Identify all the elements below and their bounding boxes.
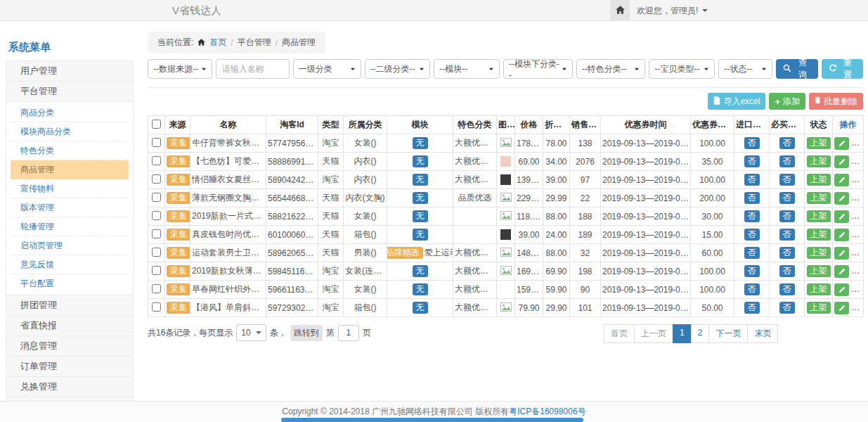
sidebar-item[interactable]: 用户管理 <box>6 60 134 82</box>
filter-select[interactable]: --状态-- <box>718 59 772 79</box>
filter-select[interactable]: --模块下分类-- <box>503 59 573 79</box>
jump-button[interactable]: 跳转到 <box>290 325 323 341</box>
batch-delete-button[interactable]: 批量删除 <box>809 93 863 110</box>
row-checkbox[interactable] <box>152 266 161 275</box>
edit-button[interactable] <box>834 247 849 260</box>
status-badge[interactable]: 上架 <box>807 210 831 222</box>
import-select-badge[interactable]: 否 <box>744 283 760 295</box>
edit-button[interactable] <box>834 155 849 168</box>
row-checkbox[interactable] <box>152 248 161 257</box>
edit-button[interactable] <box>834 302 849 314</box>
horizontal-scrollbar-thumb[interactable] <box>281 418 583 422</box>
user-menu[interactable]: 欢迎您，管理员! <box>637 0 708 21</box>
status-badge[interactable]: 上架 <box>807 192 831 204</box>
sidebar-item[interactable]: 省直快报 <box>6 315 134 336</box>
row-checkbox[interactable] <box>152 211 161 220</box>
sidebar-subitem[interactable]: 意见反馈 <box>11 255 129 274</box>
import-select-badge[interactable]: 否 <box>744 247 760 259</box>
breadcrumb-home-link[interactable]: 首页 <box>209 37 226 49</box>
import-select-badge[interactable]: 否 <box>744 192 760 204</box>
must-buy-badge[interactable]: 否 <box>779 229 795 241</box>
add-button[interactable]: + 添加 <box>769 93 805 110</box>
filter-select[interactable]: --二级分类-- <box>365 59 431 79</box>
must-buy-badge[interactable]: 否 <box>779 174 795 186</box>
row-checkbox[interactable] <box>152 138 161 147</box>
sidebar-subitem[interactable]: 特色分类 <box>11 141 129 160</box>
status-badge[interactable]: 上架 <box>807 229 831 241</box>
taoke-id-cell: 589042420344 <box>266 171 318 189</box>
row-checkbox[interactable] <box>152 174 161 184</box>
taoke-id-cell: 588216228899 <box>266 207 318 226</box>
status-badge[interactable]: 上架 <box>807 174 831 186</box>
sidebar-subitem[interactable]: 宣传物料 <box>11 179 129 198</box>
filter-select[interactable]: --模块-- <box>434 59 500 79</box>
must-buy-badge[interactable]: 否 <box>779 155 795 167</box>
status-badge[interactable]: 上架 <box>807 302 831 314</box>
pager-button[interactable]: 下一页 <box>708 324 748 343</box>
must-buy-badge[interactable]: 否 <box>779 192 795 204</box>
module-cell: 无 <box>387 226 453 244</box>
must-buy-badge[interactable]: 否 <box>779 247 795 259</box>
edit-button[interactable] <box>834 210 849 223</box>
per-page-select[interactable]: 10 <box>236 324 266 341</box>
must-buy-badge[interactable]: 否 <box>779 137 795 149</box>
select-all-checkbox[interactable] <box>152 120 161 129</box>
pager-button[interactable]: 上一页 <box>634 324 673 343</box>
import-select-badge[interactable]: 否 <box>744 302 760 314</box>
import-select-badge[interactable]: 否 <box>744 155 760 167</box>
search-button[interactable]: 查询 <box>776 59 817 79</box>
sidebar-item[interactable]: 订单管理 <box>6 356 134 377</box>
edit-button[interactable] <box>834 174 849 186</box>
pager-button[interactable]: 1 <box>673 324 692 343</box>
import-select-badge[interactable]: 否 <box>744 174 760 186</box>
sidebar-subitem[interactable]: 模块商品分类 <box>11 122 129 141</box>
reset-button[interactable]: 重置 <box>822 59 863 79</box>
row-checkbox[interactable] <box>152 229 161 238</box>
status-badge[interactable]: 上架 <box>807 265 831 277</box>
filter-select[interactable]: --宝贝类型-- <box>649 59 715 79</box>
jump-page-input[interactable] <box>338 325 359 341</box>
status-badge[interactable]: 上架 <box>807 137 831 149</box>
sidebar-subitem[interactable]: 商品管理 <box>11 160 129 179</box>
pager-button[interactable]: 首页 <box>604 324 635 343</box>
must-buy-badge[interactable]: 否 <box>779 283 795 295</box>
sidebar-subitem[interactable]: 启动页管理 <box>11 236 129 255</box>
must-buy-badge[interactable]: 否 <box>779 265 795 277</box>
filter-select[interactable]: --数据来源-- <box>148 59 212 79</box>
sidebar-item[interactable]: 拼团管理 <box>6 295 134 316</box>
sidebar-item[interactable]: 兑换管理 <box>6 376 134 397</box>
import-select-badge[interactable]: 否 <box>744 210 760 222</box>
coupon-time-cell: 2019-09-13—2019-09-17 <box>601 262 691 281</box>
sidebar-item[interactable]: 消息管理 <box>6 335 134 357</box>
sidebar-subitem[interactable]: 商品分类 <box>11 103 129 122</box>
pager-button[interactable]: 末页 <box>747 324 778 343</box>
name-search-input[interactable] <box>216 59 290 79</box>
row-checkbox[interactable] <box>152 193 161 202</box>
must-buy-badge[interactable]: 否 <box>779 302 795 314</box>
row-checkbox[interactable] <box>152 302 161 312</box>
sidebar-item[interactable]: 平台管理 <box>6 81 134 102</box>
sidebar-subitem[interactable]: 平台配置 <box>11 274 129 293</box>
status-badge[interactable]: 上架 <box>807 247 831 259</box>
edit-button[interactable] <box>834 265 849 278</box>
filter-select[interactable]: 一级分类 <box>293 59 361 79</box>
import-excel-button[interactable]: 导入excel <box>708 93 765 110</box>
pager-button[interactable]: 2 <box>691 324 710 343</box>
row-checkbox[interactable] <box>152 284 161 293</box>
status-badge[interactable]: 上架 <box>807 283 831 295</box>
filter-select[interactable]: --特色分类-- <box>576 59 646 79</box>
home-button[interactable] <box>610 0 630 21</box>
sidebar-subitem[interactable]: 版本管理 <box>11 198 129 217</box>
import-select-badge[interactable]: 否 <box>744 265 760 277</box>
sidebar-subitem[interactable]: 轮播管理 <box>11 217 129 236</box>
edit-button[interactable] <box>834 229 849 241</box>
row-checkbox[interactable] <box>152 156 161 165</box>
import-select-badge[interactable]: 否 <box>744 229 760 241</box>
status-badge[interactable]: 上架 <box>807 155 831 167</box>
import-select-badge[interactable]: 否 <box>744 137 760 149</box>
must-buy-badge[interactable]: 否 <box>779 210 795 222</box>
edit-button[interactable] <box>834 283 849 296</box>
icp-link[interactable]: 粤ICP备16098006号 <box>509 406 585 418</box>
edit-button[interactable] <box>834 137 849 150</box>
edit-button[interactable] <box>834 192 849 205</box>
